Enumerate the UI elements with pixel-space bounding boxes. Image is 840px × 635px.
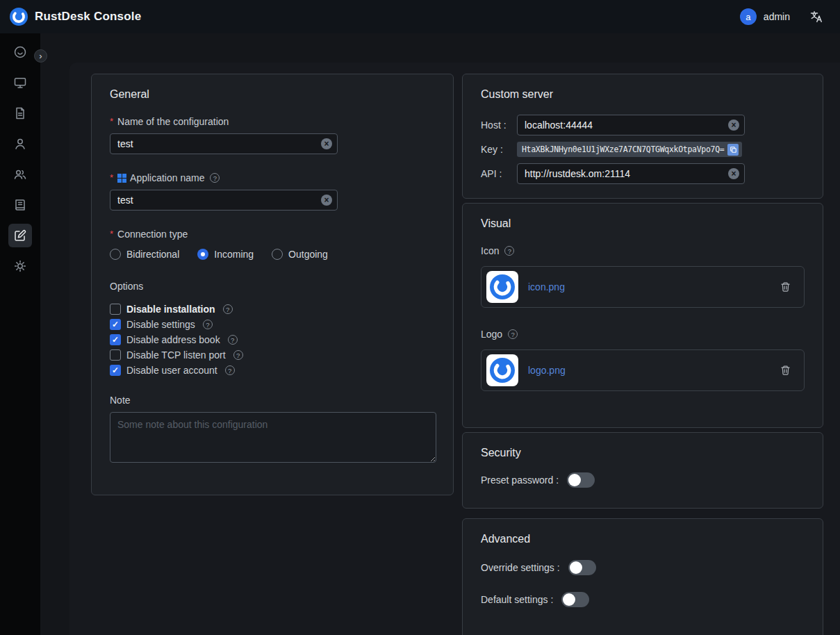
user-name[interactable]: admin <box>764 11 790 22</box>
options-label: Options <box>110 281 435 292</box>
config-name-label: Name of the configuration <box>117 116 229 127</box>
checkbox[interactable] <box>110 365 121 376</box>
checkbox[interactable] <box>110 334 121 345</box>
help-icon[interactable] <box>228 335 238 345</box>
clear-icon[interactable] <box>728 168 739 179</box>
windows-logo-icon <box>117 174 126 183</box>
logo-label-row: Logo <box>481 329 805 340</box>
key-field[interactable]: HtaXBkJNHyn0e1U1jWXze7A7CN7QTGWqxkOtpaVp… <box>517 142 742 157</box>
clear-icon[interactable] <box>321 138 332 149</box>
config-name-field <box>110 133 338 154</box>
required-mark: * <box>110 116 113 126</box>
radio-label: Incoming <box>214 249 254 260</box>
app-name-input[interactable] <box>110 190 338 211</box>
user-avatar[interactable]: a <box>740 8 757 25</box>
override-settings-label: Override settings : <box>481 562 560 573</box>
required-mark: * <box>110 172 113 183</box>
default-settings-label: Default settings : <box>481 594 553 605</box>
content-area: General * Name of the configuration * <box>40 33 840 635</box>
radio-circle[interactable] <box>197 249 208 260</box>
sidebar-item-groups[interactable] <box>8 163 32 186</box>
option-disable-installation[interactable]: Disable installation <box>110 302 435 317</box>
host-row: Host : <box>481 115 805 135</box>
checkbox[interactable] <box>110 319 121 330</box>
icon-file-link[interactable]: icon.png <box>528 281 565 292</box>
icon-preview-image <box>486 271 518 303</box>
help-icon[interactable] <box>508 329 518 339</box>
logo-upload-row: logo.png <box>481 349 805 391</box>
sidebar-item-user[interactable] <box>8 132 32 156</box>
note-textarea[interactable] <box>110 412 436 463</box>
sidebar-expand-button[interactable] <box>34 49 47 63</box>
help-icon[interactable] <box>203 320 213 329</box>
page-body: General * Name of the configuration * <box>0 33 840 635</box>
option-disable-settings[interactable]: Disable settings <box>110 317 435 332</box>
config-name-label-row: * Name of the configuration <box>110 116 435 127</box>
sidebar-item-documents[interactable] <box>8 101 32 125</box>
security-title: Security <box>481 447 805 459</box>
advanced-card: Advanced Override settings : Default set… <box>462 518 823 635</box>
preset-password-toggle[interactable] <box>567 472 595 488</box>
header-right: a admin <box>740 8 823 25</box>
radio-incoming[interactable]: Incoming <box>197 249 254 260</box>
sidebar-item-home[interactable] <box>8 40 32 64</box>
default-settings-row: Default settings : <box>481 591 805 608</box>
radio-circle[interactable] <box>272 249 283 260</box>
checkbox-label: Disable address book <box>126 334 220 345</box>
checkbox-label: Disable settings <box>126 319 195 330</box>
app-name-label-row: * Application name <box>110 172 435 183</box>
help-icon[interactable] <box>210 173 220 183</box>
icon-label-row: Icon <box>481 245 805 256</box>
clear-icon[interactable] <box>728 119 739 131</box>
key-value: HtaXBkJNHyn0e1U1jWXze7A7CN7QTGWqxkOtpaVp… <box>522 145 724 154</box>
icon-label: Icon <box>481 245 499 256</box>
logo-file-link[interactable]: logo.png <box>528 365 566 376</box>
required-mark: * <box>110 229 113 239</box>
security-card: Security Preset password : <box>462 432 823 509</box>
clear-icon[interactable] <box>321 195 332 206</box>
connection-type-label-row: * Connection type <box>110 229 435 240</box>
checkbox-label: Disable installation <box>126 304 215 315</box>
connection-type-label: Connection type <box>117 229 188 240</box>
override-settings-row: Override settings : <box>481 559 805 576</box>
note-label: Note <box>110 395 435 406</box>
app-name-field <box>110 190 338 211</box>
delete-icon[interactable] <box>780 364 791 377</box>
sidebar-item-custom-clients[interactable] <box>8 224 32 247</box>
connection-type-group: Bidirectional Incoming Outgoing <box>110 249 435 260</box>
radio-circle[interactable] <box>110 249 121 260</box>
option-disable-tcp-listen-port[interactable]: Disable TCP listen port <box>110 347 435 363</box>
custom-server-card: Custom server Host : Key : HtaXBkJNHyn0e… <box>462 74 823 199</box>
general-card: General * Name of the configuration * <box>91 74 454 495</box>
api-row: API : <box>481 163 805 184</box>
checkbox[interactable] <box>110 304 121 315</box>
sidebar-item-devices[interactable] <box>8 71 32 94</box>
help-icon[interactable] <box>233 350 243 360</box>
host-input[interactable] <box>517 115 745 135</box>
checkbox[interactable] <box>110 349 121 361</box>
delete-icon[interactable] <box>780 281 791 293</box>
override-settings-toggle[interactable] <box>568 560 596 575</box>
help-icon[interactable] <box>223 304 233 314</box>
option-disable-address-book[interactable]: Disable address book <box>110 332 435 347</box>
radio-label: Bidirectional <box>126 249 179 260</box>
sidebar-item-settings[interactable] <box>8 254 32 278</box>
help-icon[interactable] <box>225 365 235 375</box>
sidebar-item-audit-log[interactable] <box>8 193 32 217</box>
api-label: API : <box>481 168 517 179</box>
radio-outgoing[interactable]: Outgoing <box>272 249 328 260</box>
api-field <box>517 163 745 184</box>
api-input[interactable] <box>517 163 745 184</box>
help-icon[interactable] <box>504 246 514 256</box>
sidebar <box>0 33 40 635</box>
default-settings-toggle[interactable] <box>561 592 589 607</box>
custom-server-title: Custom server <box>481 88 805 101</box>
language-switch-icon[interactable] <box>809 10 823 24</box>
option-disable-user-account[interactable]: Disable user account <box>110 363 435 378</box>
copy-icon[interactable] <box>727 144 739 156</box>
preset-password-row: Preset password : <box>481 472 805 488</box>
logo-label: Logo <box>481 329 502 340</box>
config-name-input[interactable] <box>110 133 338 154</box>
visual-title: Visual <box>481 217 805 230</box>
radio-bidirectional[interactable]: Bidirectional <box>110 249 179 260</box>
